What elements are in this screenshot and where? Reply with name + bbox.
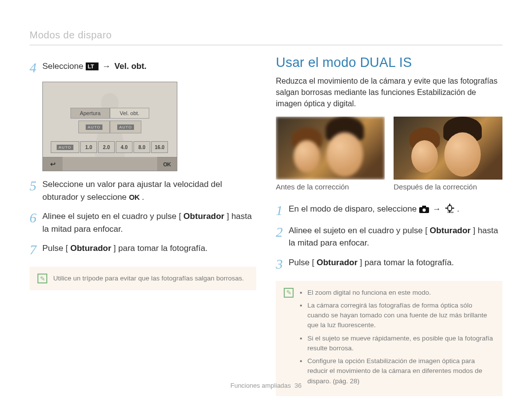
step6-bold: Obturador (183, 212, 224, 221)
dual-step-2: 2 Alinee el sujeto en el cuadro y pulse … (276, 224, 502, 249)
step-number: 7 (30, 243, 42, 257)
step-text: Seleccione un valor para ajustar la velo… (42, 178, 256, 203)
step6-text-a: Alinee el sujeto en el cuadro y pulse [ (42, 212, 181, 221)
caption-before: Antes de la corrección (276, 183, 385, 191)
step3-text-a: Pulse [ (289, 258, 314, 267)
note-icon: ✎ (284, 288, 294, 298)
caption-after: Después de la corrección (394, 183, 502, 191)
breadcrumb: Modos de disparo (30, 30, 502, 41)
lcd-scale-val[interactable]: 16.0 (151, 141, 168, 153)
camera-icon (419, 206, 429, 213)
lcd-scale-val[interactable]: 8.0 (133, 141, 150, 153)
step7-bold: Obturador (70, 244, 111, 253)
svg-rect-4 (422, 206, 426, 208)
section-heading: Usar el modo DUAL IS (276, 55, 502, 70)
step-number: 4 (30, 61, 42, 75)
lt-icon: LT (86, 62, 99, 70)
dual-is-icon: DUAL (445, 203, 455, 213)
step5-text-b: . (142, 192, 144, 202)
note-icon: ✎ (37, 274, 47, 283)
step2-text-a: Alinee el sujeto en el cuadro y pulse [ (289, 226, 428, 235)
tip-box: ✎ El zoom digital no funciona en este mo… (276, 281, 502, 396)
tip-item: Si el sujeto se mueve rápidamente, es po… (307, 334, 495, 354)
step7-text-b: ] para tomar la fotografía. (114, 244, 208, 253)
tip-item: La cámara corregirá las fotografías de f… (307, 301, 495, 331)
arrow-icon: → (102, 62, 113, 71)
step4-prefix: Seleccione (42, 62, 86, 71)
step3-bold: Obturador (317, 258, 358, 267)
step-text: En el modo de disparo, seleccione → (289, 203, 460, 216)
step-text: Seleccione LT → Vel. obt. (42, 60, 147, 73)
step-6: 6 Alinee el sujeto en el cuadro y pulse … (30, 210, 256, 235)
svg-point-5 (422, 208, 425, 211)
arrow-icon: → (432, 204, 443, 214)
lcd-scale-val[interactable]: 4.0 (116, 141, 133, 153)
tip-item: El zoom digital no funciona en este modo… (307, 288, 495, 298)
step-text: Pulse [ Obturador ] para tomar la fotogr… (42, 242, 207, 255)
lcd-tab-shutter-speed[interactable]: Vel. obt. (110, 108, 149, 119)
step3-text-b: ] para tomar la fotografía. (360, 258, 454, 267)
dual-step-3: 3 Pulse [ Obturador ] para tomar la foto… (276, 256, 502, 271)
photo-after (394, 117, 502, 180)
step1-text-b: . (457, 204, 460, 214)
step-7: 7 Pulse [ Obturador ] para tomar la foto… (30, 242, 256, 257)
ok-icon: OK (129, 192, 140, 203)
section-intro: Reduzca el movimiento de la cámara y evi… (276, 75, 502, 110)
lcd-scale-auto-left[interactable]: AUTO (51, 141, 79, 153)
step1-text-a: En el modo de disparo, seleccione (289, 204, 419, 214)
auto-badge-icon: AUTO (57, 145, 73, 150)
step-text: Alinee el sujeto en el cuadro y pulse [ … (42, 210, 256, 235)
lcd-scale[interactable]: AUTO 1.0 2.0 4.0 8.0 16.0 (51, 140, 169, 154)
lcd-back-button[interactable]: ↩ (43, 157, 63, 171)
lcd-aperture-value: AUTO (78, 121, 110, 133)
lcd-shutter-value: AUTO (110, 121, 141, 133)
lcd-scale-val[interactable]: 2.0 (98, 141, 115, 153)
lcd-ok-button[interactable]: OK (157, 157, 177, 171)
step-text: Alinee el sujeto en el cuadro y pulse [ … (289, 224, 502, 249)
step-number: 3 (276, 257, 289, 271)
lcd-scale-val[interactable]: 1.0 (80, 141, 97, 153)
photo-before (276, 117, 385, 180)
breadcrumb-divider (30, 45, 502, 45)
svg-text:DUAL: DUAL (448, 211, 455, 213)
tip-list: El zoom digital no funciona en este modo… (299, 288, 495, 389)
footer-page: 36 (295, 382, 301, 389)
comparison-row: Antes de la corrección Después de la cor… (276, 117, 502, 191)
step-number: 2 (276, 225, 289, 239)
step-5: 5 Seleccione un valor para ajustar la ve… (30, 178, 256, 203)
camera-lcd-preview: Apertura Vel. obt. AUTO AUTO AUTO 1.0 2.… (42, 82, 177, 171)
auto-badge-icon: AUTO (117, 124, 134, 130)
step-number: 5 (30, 179, 42, 193)
step-number: 1 (276, 204, 289, 217)
step-number: 6 (30, 211, 42, 225)
tip-text: Utilice un trípode para evitar que las f… (53, 274, 244, 283)
left-column: 4 Seleccione LT → Vel. obt. (30, 55, 256, 396)
svg-text:LT: LT (88, 63, 94, 69)
auto-badge-icon: AUTO (86, 124, 102, 130)
step-text: Pulse [ Obturador ] para tomar la fotogr… (289, 256, 454, 269)
step-4: 4 Seleccione LT → Vel. obt. (30, 60, 256, 75)
dual-step-1: 1 En el modo de disparo, seleccione → (276, 203, 502, 217)
step7-text-a: Pulse [ (42, 244, 68, 253)
footer-section: Funciones ampliadas (231, 382, 291, 389)
right-column: Usar el modo DUAL IS Reduzca el movimien… (276, 55, 502, 396)
page-footer: Funciones ampliadas 36 (0, 382, 532, 389)
step2-bold: Obturador (430, 226, 470, 235)
lcd-tab-aperture[interactable]: Apertura (70, 108, 110, 119)
step4-target: Vel. obt. (114, 62, 146, 71)
tip-box: ✎ Utilice un trípode para evitar que las… (30, 267, 256, 290)
